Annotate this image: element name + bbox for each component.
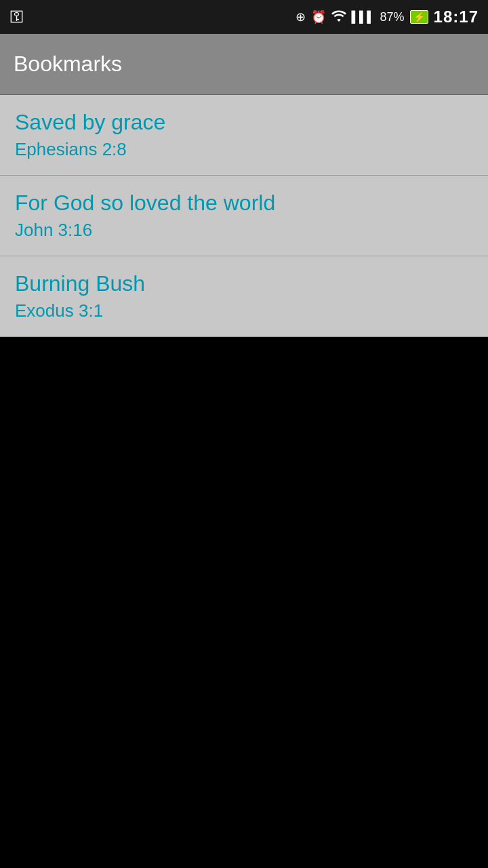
battery-percent: 87%	[380, 10, 405, 24]
bookmark-reference: Exodus 3:1	[15, 300, 474, 321]
bookmark-reference: John 3:16	[15, 220, 474, 241]
page-title: Bookmarks	[14, 52, 122, 77]
bookmark-title: For God so loved the world	[15, 191, 474, 216]
bottom-area	[0, 337, 488, 771]
status-bar: ⚿ ⊕ ⏰ ▌▌▌ 87% ⚡ 18:17	[0, 0, 488, 34]
usb-icon: ⚿	[9, 8, 24, 26]
battery-icon: ⚡	[410, 10, 428, 24]
bookmark-reference: Ephesians 2:8	[15, 139, 474, 160]
status-left-icons: ⚿	[9, 8, 24, 26]
action-bar: Bookmarks	[0, 34, 488, 95]
bookmark-title: Burning Bush	[15, 271, 474, 296]
list-item[interactable]: Saved by graceEphesians 2:8	[0, 95, 488, 176]
wifi-icon	[331, 9, 346, 25]
bookmarks-list: Saved by graceEphesians 2:8For God so lo…	[0, 95, 488, 337]
gps-icon: ⊕	[296, 9, 306, 24]
status-right-info: ⊕ ⏰ ▌▌▌ 87% ⚡ 18:17	[296, 7, 479, 26]
bookmark-title: Saved by grace	[15, 110, 474, 135]
clock-display: 18:17	[434, 7, 479, 26]
alarm-icon: ⏰	[311, 9, 326, 24]
signal-icon: ▌▌▌	[352, 11, 375, 23]
list-item[interactable]: For God so loved the worldJohn 3:16	[0, 176, 488, 256]
list-item[interactable]: Burning BushExodus 3:1	[0, 256, 488, 337]
